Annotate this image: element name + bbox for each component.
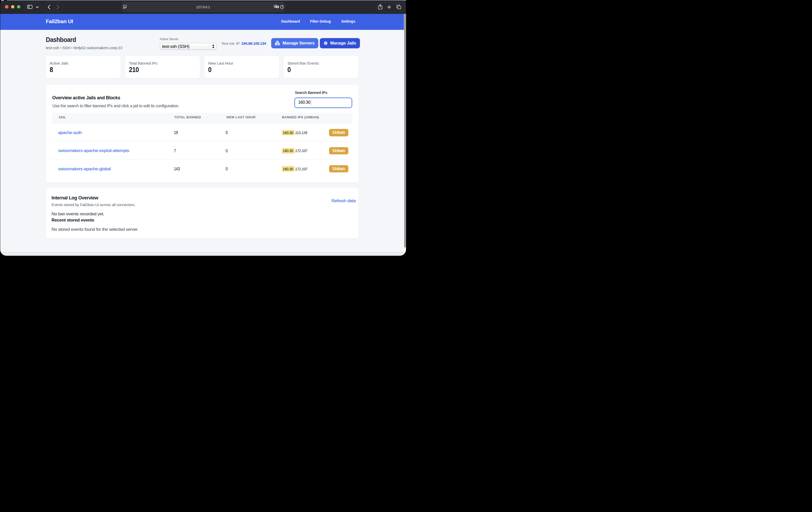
svg-text:A: A (274, 5, 276, 7)
